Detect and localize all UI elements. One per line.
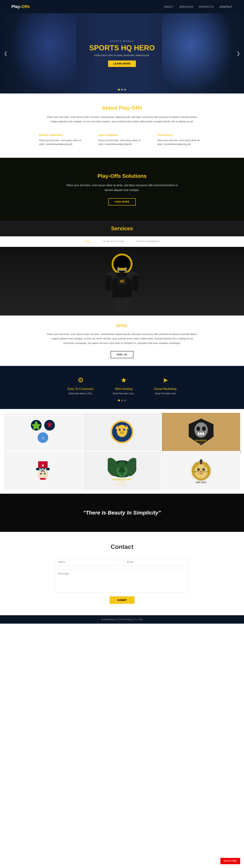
svg-rect-37 <box>200 432 202 435</box>
svg-text:SHAMROCK BOWL: SHAMROCK BOWL <box>112 478 132 481</box>
feature-hosting-text: Small Text Here Just . <box>113 392 135 395</box>
shamrock-logo: SHAMROCK BOWL XXII EST LOREM <box>108 456 136 486</box>
svg-text:Austin: Austin <box>198 479 204 481</box>
services-content: SOUL Place your text here. orem ipsum do… <box>0 315 244 366</box>
player-illustration: 45 <box>95 249 149 314</box>
solutions-text: Place your text here, orem ipsum dolor s… <box>65 183 179 192</box>
hero-subtitle: Lorem ipsum dolor sit amet, consectetur … <box>94 54 150 57</box>
feature-social-title: Social Marketing <box>154 387 176 391</box>
about-col-sport-title: Sport Solutions <box>98 133 146 136</box>
gear-icon: ⚙ <box>76 375 85 385</box>
about-col-sport: Sport Solutions Place your text here. or… <box>98 133 146 146</box>
svg-rect-38 <box>203 432 204 435</box>
raiders-logo: RAIDERS TUSKER CITY <box>187 417 215 446</box>
svg-rect-61 <box>121 472 123 475</box>
contact-form: SUBMIT <box>55 558 189 604</box>
footer: St.Petersburg, FLSt Petersburg, FL, USA <box>0 615 244 624</box>
services-tab-sports[interactable]: SPORTS-MEMBERS <box>136 240 160 243</box>
nav-links: ABOUT SERVICES PROJECTS CONTACT <box>164 5 233 8</box>
hero-next-arrow[interactable]: ❯ <box>236 51 240 56</box>
svg-text:45: 45 <box>120 279 124 284</box>
tiger-logo <box>109 418 135 445</box>
uc-logo: UC ★ <box>30 458 56 484</box>
svg-point-72 <box>200 471 202 472</box>
svg-point-49 <box>44 473 45 474</box>
svg-text:BAT CATS: BAT CATS <box>196 481 206 484</box>
logos-grid-row2: UC ★ <box>4 452 240 490</box>
feature-easy-text: Sobscribe What Is This. <box>68 392 94 395</box>
svg-point-48 <box>40 473 42 474</box>
logos-next-arrow[interactable]: ❯ <box>239 449 242 454</box>
svg-point-71 <box>204 469 204 470</box>
svg-point-60 <box>120 467 124 471</box>
hire-us-button[interactable]: HIRE US <box>111 351 133 358</box>
services-tab-team[interactable]: TEAM-SPLITTING <box>103 240 124 243</box>
svg-point-68 <box>197 468 200 471</box>
contact-name-input[interactable] <box>55 558 120 566</box>
svg-point-34 <box>196 426 200 431</box>
about-col-history-title: Club History <box>157 133 205 136</box>
feature-web-hosting: ★ Web Hosting Small Text Here Just . <box>113 375 135 395</box>
svg-point-69 <box>202 468 205 471</box>
footer-text: St.Petersburg, FLSt Petersburg, FL, USA <box>101 618 143 621</box>
svg-text:XXII: XXII <box>120 481 124 483</box>
contact-email-input[interactable] <box>124 558 189 566</box>
nav-about[interactable]: ABOUT <box>164 5 173 8</box>
feature-dot-3[interactable] <box>124 400 126 401</box>
svg-point-26 <box>120 429 120 430</box>
hero-dot-1[interactable] <box>118 89 120 91</box>
logos-grid-row1: ⬡ <box>4 413 240 451</box>
logo: Play-Offs <box>11 4 30 9</box>
svg-point-33 <box>195 422 208 438</box>
feature-dot-2[interactable] <box>121 400 123 401</box>
quote-section: "There Is Beauty In Simplicity" <box>0 494 244 532</box>
logo-cell-4: UC ★ <box>4 452 82 490</box>
svg-rect-9 <box>106 276 111 291</box>
logo-cell-2 <box>83 413 161 451</box>
svg-point-70 <box>199 469 199 470</box>
svg-rect-5 <box>118 270 126 271</box>
solutions-title: Play-Offs Solutions <box>19 173 225 179</box>
hero-dot-2[interactable] <box>121 89 123 91</box>
svg-text:EST LOREM: EST LOREM <box>117 484 127 486</box>
logo-cell-5: SHAMROCK BOWL XXII EST LOREM <box>83 452 161 490</box>
svg-text:UC: UC <box>41 469 45 472</box>
about-col-mission-title: Mission Statement <box>39 133 87 136</box>
contact-submit-button[interactable]: SUBMIT <box>110 596 134 604</box>
about-title: About Play-Offs <box>19 105 225 111</box>
hero-learn-more-button[interactable]: LEARN MORE <box>108 60 136 67</box>
svg-point-27 <box>124 429 125 430</box>
about-col-history: Club History Place your text here. orem … <box>157 133 205 146</box>
nav-services[interactable]: SERVICES <box>179 5 193 8</box>
feature-easy-title: Easy To Costumize <box>68 387 94 391</box>
svg-rect-50 <box>40 478 46 479</box>
hero-dots <box>118 89 126 91</box>
quote-text: "There Is Beauty In Simplicity" <box>83 510 161 516</box>
about-col-mission-text: Place your text here. orem ipsum dolor s… <box>39 138 87 146</box>
services-content-title: SOUL <box>19 323 225 328</box>
contact-section: Contact SUBMIT <box>0 532 244 615</box>
services-content-text: Place your text here. orem ipsum dolor s… <box>46 332 198 345</box>
svg-text:TUSKER CITY: TUSKER CITY <box>196 442 207 444</box>
features-dots <box>15 400 229 403</box>
feature-dot-1[interactable] <box>118 400 120 401</box>
logo-cell-1: ⬡ <box>4 413 82 451</box>
solutions-section: Play-Offs Solutions Place your text here… <box>0 158 244 221</box>
contact-message-input[interactable] <box>55 570 189 592</box>
hero-dot-3[interactable] <box>124 89 126 91</box>
services-tab-soul[interactable]: SOUL <box>84 240 91 243</box>
feature-social-marketing: ➤ Social Marketing Small Text Here Just <box>154 375 176 395</box>
nav-projects[interactable]: PROJECTS <box>199 5 214 8</box>
quote-content: "There Is Beauty In Simplicity" <box>64 506 180 520</box>
svg-text:★: ★ <box>41 463 45 467</box>
svg-rect-11 <box>114 298 121 311</box>
solutions-view-more-button[interactable]: VIEW MORE <box>108 198 136 206</box>
about-columns: Mission Statement Place your text here. … <box>19 133 225 146</box>
star-icon: ★ <box>119 375 129 385</box>
logo-cell-6: Austin BAT CATS <box>162 452 240 490</box>
services-section: Services SOUL TEAM-SPLITTING SPORTS-MEMB… <box>0 221 244 366</box>
hero-small-text: SPORTS WORLD <box>110 40 134 42</box>
features-section: ⚙ Easy To Costumize Sobscribe What Is Th… <box>0 366 244 409</box>
nav-contact[interactable]: CONTACT <box>219 5 233 8</box>
hero-prev-arrow[interactable]: ❮ <box>4 51 8 56</box>
